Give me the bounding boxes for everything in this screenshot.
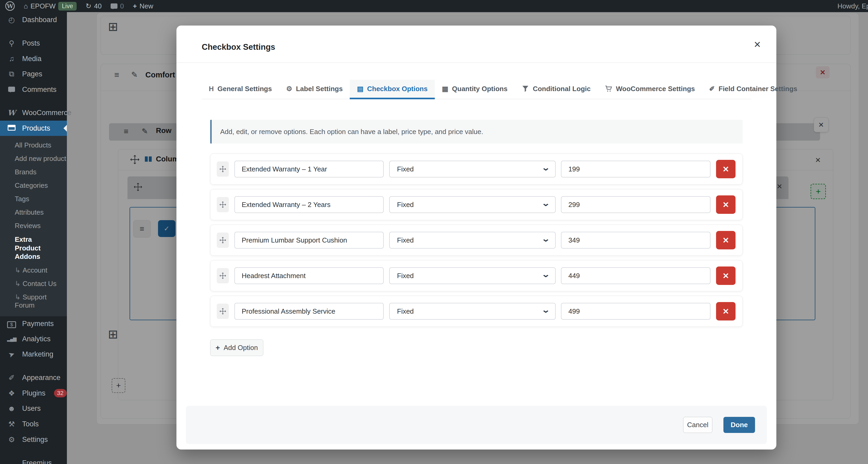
option-price-input[interactable]: [561, 161, 711, 178]
admin-sidebar: ◴ Dashboard ⚲ Posts ♫ Media ⧉ Pages Comm…: [0, 12, 67, 464]
pin-icon: ⚲: [6, 39, 17, 48]
sidebar-item-users[interactable]: ☻ Users: [0, 401, 67, 416]
list-icon: ▤: [357, 85, 364, 93]
heading-icon: H: [209, 85, 214, 93]
delete-x-icon: ✕: [722, 307, 729, 316]
delete-option-button[interactable]: ✕: [716, 160, 736, 178]
plus-icon: +: [216, 344, 220, 352]
wordpress-menu[interactable]: W: [5, 1, 15, 11]
submenu-item-all-products[interactable]: All Products: [0, 138, 67, 152]
update-icon: ↻: [86, 2, 91, 10]
payments-icon: $: [6, 320, 17, 328]
sidebar-item-analytics[interactable]: ▂▄▆ Analytics: [0, 332, 67, 346]
delete-option-button[interactable]: ✕: [716, 231, 736, 249]
option-rows: Fixed ⌄ ✕ Fixed ⌄ ✕: [210, 154, 743, 327]
submenu-item-categories[interactable]: Categories: [0, 179, 67, 192]
sidebar-item-products[interactable]: Products: [0, 121, 67, 136]
option-price-input[interactable]: [561, 303, 711, 320]
sidebar-label: Products: [22, 124, 50, 132]
sidebar-item-dashboard[interactable]: ◴ Dashboard: [0, 12, 67, 28]
plus-icon: +: [133, 2, 137, 10]
submenu-item-support-forum[interactable]: ↳Support Forum: [0, 290, 67, 312]
tab-woocommerce-settings[interactable]: WooCommerce Settings: [598, 80, 702, 99]
option-row: Fixed ⌄ ✕: [210, 225, 743, 256]
price-type-select[interactable]: Fixed ⌄: [389, 267, 556, 284]
submenu-item-brands[interactable]: Brands: [0, 165, 67, 179]
sidebar-item-settings[interactable]: ⚙ Settings: [0, 432, 67, 447]
new-label: New: [140, 2, 153, 10]
sidebar-item-freemius-debug[interactable]: ⚙ Freemius Debug [v.2.13.0]: [0, 455, 67, 464]
submenu-item-tags[interactable]: Tags: [0, 192, 67, 206]
sidebar-item-payments[interactable]: $ Payments: [0, 316, 67, 332]
funnel-icon: [522, 85, 529, 92]
modal-footer: Cancel Done: [186, 406, 767, 444]
sidebar-item-comments[interactable]: Comments: [0, 82, 67, 97]
delete-x-icon: ✕: [722, 200, 729, 209]
updates-link[interactable]: ↻ 40: [86, 2, 102, 10]
sidebar-item-woocommerce[interactable]: W WooCommerce: [0, 105, 67, 121]
megaphone-icon: ➤: [5, 348, 18, 360]
option-label-input[interactable]: [235, 196, 384, 213]
submenu-item-account[interactable]: ↳Account: [0, 264, 67, 277]
submenu-item-add-new-product[interactable]: Add new product: [0, 152, 67, 165]
option-label-input[interactable]: [235, 161, 384, 178]
close-icon[interactable]: ✕: [754, 39, 761, 50]
delete-option-button[interactable]: ✕: [716, 195, 736, 214]
sidebar-item-posts[interactable]: ⚲ Posts: [0, 36, 67, 51]
drag-handle[interactable]: [217, 304, 229, 319]
sidebar-item-media[interactable]: ♫ Media: [0, 51, 67, 66]
comments-link[interactable]: 0: [111, 2, 124, 10]
add-option-button[interactable]: + Add Option: [210, 339, 264, 356]
tab-label-settings[interactable]: ⚙ Label Settings: [279, 80, 350, 99]
sidebar-label: Tools: [22, 420, 39, 428]
drag-handle[interactable]: [217, 233, 229, 248]
option-label-input[interactable]: [235, 232, 384, 249]
submenu-item-attributes[interactable]: Attributes: [0, 206, 67, 219]
tab-general-settings[interactable]: H General Settings: [202, 80, 279, 99]
pages-icon: ⧉: [6, 70, 17, 79]
new-content-link[interactable]: + New: [133, 2, 153, 10]
submenu-item-contact-us[interactable]: ↳Contact Us: [0, 277, 67, 290]
modal-title: Checkbox Settings: [177, 26, 776, 52]
sidebar-label: Media: [22, 55, 41, 63]
drag-handle[interactable]: [217, 161, 229, 177]
drag-handle[interactable]: [217, 268, 229, 283]
submenu-item-extra-product-addons[interactable]: Extra Product Addons: [0, 233, 55, 264]
cancel-button[interactable]: Cancel: [683, 417, 712, 433]
price-type-select[interactable]: Fixed ⌄: [389, 196, 556, 213]
tab-quantity-options[interactable]: ▦ Quantity Options: [435, 80, 515, 99]
submenu-label: Account: [23, 266, 48, 274]
tab-conditional-logic[interactable]: Conditional Logic: [515, 80, 598, 99]
delete-x-icon: ✕: [722, 236, 729, 245]
sidebar-item-appearance[interactable]: ✐ Appearance: [0, 370, 67, 385]
sidebar-item-pages[interactable]: ⧉ Pages: [0, 66, 67, 82]
price-type-value: Fixed: [397, 272, 414, 280]
site-name-link[interactable]: ⌂ EPOFW Live: [24, 2, 76, 10]
delete-option-button[interactable]: ✕: [716, 302, 736, 320]
done-button[interactable]: Done: [723, 417, 755, 433]
option-label-input[interactable]: [235, 267, 384, 284]
tab-label: Quantity Options: [452, 85, 507, 93]
settings-tabs: H General Settings ⚙ Label Settings ▤ Ch…: [202, 80, 751, 99]
option-row: Fixed ⌄ ✕: [210, 296, 743, 327]
option-price-input[interactable]: [561, 267, 711, 284]
tab-field-container-settings[interactable]: ✐ Field Container Settings: [702, 80, 805, 99]
howdy-account-link[interactable]: Howdy, Epfow: [837, 0, 868, 12]
price-type-select[interactable]: Fixed ⌄: [389, 161, 556, 178]
option-price-input[interactable]: [561, 196, 711, 213]
option-price-input[interactable]: [561, 232, 711, 249]
price-type-select[interactable]: Fixed ⌄: [389, 303, 556, 320]
update-count: 40: [94, 2, 102, 10]
drag-handle[interactable]: [217, 197, 229, 212]
sidebar-item-tools[interactable]: ⚒ Tools: [0, 416, 67, 432]
plugin-icon: ❖: [6, 389, 17, 398]
price-type-select[interactable]: Fixed ⌄: [389, 232, 556, 249]
option-label-input[interactable]: [235, 303, 384, 320]
delete-option-button[interactable]: ✕: [716, 267, 736, 285]
submenu-item-reviews[interactable]: Reviews: [0, 219, 67, 233]
sidebar-item-marketing[interactable]: ➤ Marketing: [0, 346, 67, 362]
tab-label: Label Settings: [296, 85, 343, 93]
price-type-value: Fixed: [397, 201, 414, 209]
tab-checkbox-options[interactable]: ▤ Checkbox Options: [350, 80, 435, 99]
sidebar-item-plugins[interactable]: ❖ Plugins 32: [0, 385, 67, 401]
